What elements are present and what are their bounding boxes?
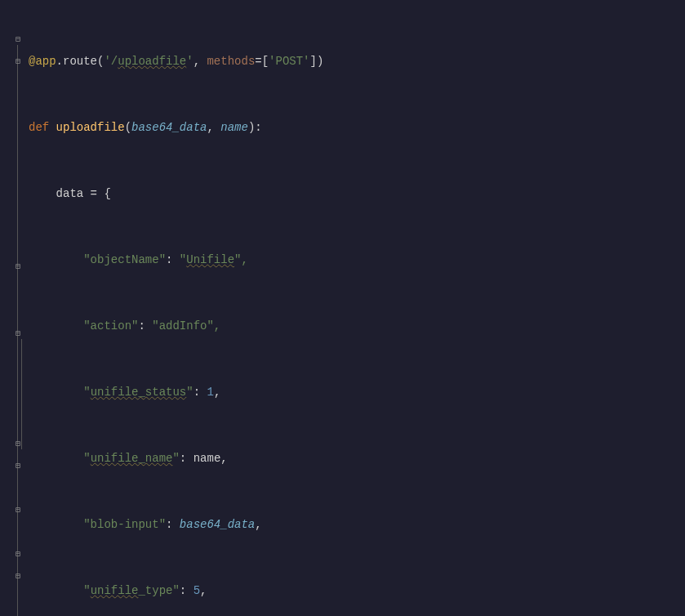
code-area[interactable]: @app.route('/uploadfile', methods=['POST… [29, 7, 685, 616]
fold-icon[interactable]: ⊟ [13, 462, 23, 471]
code-line[interactable]: def uploadfile(base64_data, name): [29, 117, 685, 139]
gutter: ⊟ ⊟ ⊟ ⊟ ⊟ ⊟ ⊟ ⊟ ⊟ [0, 7, 29, 616]
fold-icon[interactable]: ⊟ [13, 262, 23, 272]
code-line[interactable]: "unifile_status": 1, [29, 382, 685, 404]
fold-icon[interactable]: ⊟ [13, 329, 23, 339]
code-editor[interactable]: ⊟ ⊟ ⊟ ⊟ ⊟ ⊟ ⊟ ⊟ ⊟ @app.route('/uploadfil… [0, 0, 685, 616]
code-line[interactable]: data = { [29, 183, 685, 205]
fold-icon[interactable]: ⊟ [13, 506, 23, 516]
code-line[interactable]: "unifile_type": 5, [29, 580, 685, 602]
code-line[interactable]: "objectName": "Unifile", [29, 249, 685, 271]
fold-icon[interactable]: ⊟ [13, 440, 23, 449]
fold-icon[interactable]: ⊟ [13, 572, 23, 582]
code-line[interactable]: "action": "addInfo", [29, 315, 685, 337]
code-line[interactable]: @app.route('/uploadfile', methods=['POST… [29, 51, 685, 73]
fold-icon[interactable]: ⊟ [13, 35, 23, 45]
code-line[interactable]: "unifile_name": name, [29, 448, 685, 470]
fold-icon[interactable]: ⊟ [13, 550, 23, 560]
fold-icon[interactable]: ⊟ [13, 57, 23, 67]
code-line[interactable]: "blob-input": base64_data, [29, 514, 685, 536]
